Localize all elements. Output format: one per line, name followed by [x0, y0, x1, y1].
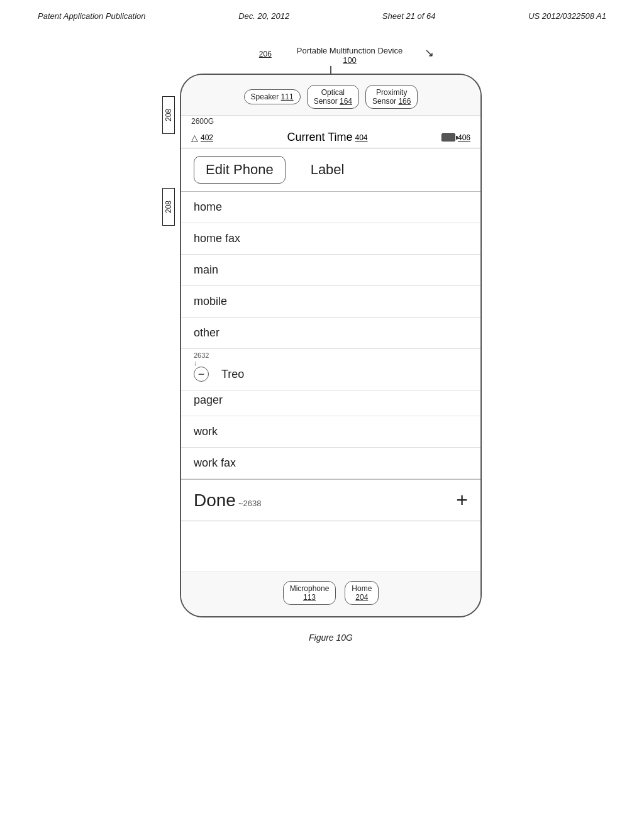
list-item: pager: [181, 385, 480, 416]
label-206: 206: [259, 50, 272, 58]
list-item: mobile: [181, 286, 480, 318]
figure-caption: Figure 10G: [309, 633, 353, 643]
signal-ref: 402: [201, 133, 213, 142]
signal-area: △ 402: [191, 133, 213, 143]
device-wrapper: 206 Portable Multifunction Device 100 ↘ …: [180, 46, 482, 643]
done-row: Done ~2638 +: [181, 479, 480, 521]
device-title-ref: 100: [297, 55, 402, 65]
device-title-text: Portable Multifunction Device: [297, 46, 402, 55]
item-work: work: [194, 425, 218, 438]
optical-chip: OpticalSensor 164: [307, 85, 359, 109]
battery-icon: [441, 133, 455, 141]
plus-button[interactable]: +: [456, 489, 468, 512]
item-work-fax: work fax: [194, 456, 236, 470]
patent-number: US 2012/0322508 A1: [528, 11, 606, 21]
item-pager: pager: [194, 394, 223, 407]
minus-button[interactable]: −: [194, 367, 209, 382]
item-mobile: mobile: [194, 295, 227, 308]
item-home-fax: home fax: [194, 232, 240, 245]
list-item: work: [181, 416, 480, 448]
list-item: home: [181, 192, 480, 223]
device-title-line: [330, 66, 331, 74]
patent-header: Patent Application Publication Dec. 20, …: [0, 0, 644, 27]
side-label-208-top: 208: [162, 96, 175, 134]
speaker-chip: Speaker 111: [244, 89, 301, 104]
current-time-area: Current Time 404: [287, 131, 367, 144]
patent-pub-label: Patent Application Publication: [38, 11, 146, 21]
side-labels: 208 208: [162, 96, 175, 226]
label-column-header: Label: [311, 162, 345, 178]
item-other: other: [194, 326, 219, 340]
phone-list: home home fax main mobile other: [181, 192, 480, 479]
status-bar: △ 402 Current Time 404 406: [181, 127, 480, 148]
list-item: home fax: [181, 223, 480, 255]
edit-phone-button[interactable]: Edit Phone: [194, 156, 286, 184]
patent-date: Dec. 20, 2012: [238, 11, 289, 21]
label-2600g: 2600G: [181, 116, 480, 127]
side-label-208-bottom: 208: [162, 188, 175, 226]
battery-ref: 406: [458, 133, 470, 142]
list-item: main: [181, 255, 480, 286]
patent-sheet: Sheet 21 of 64: [382, 11, 436, 21]
item-main: main: [194, 263, 218, 277]
brace-2632: ↓: [194, 359, 197, 367]
home-chip: Home 204: [345, 581, 379, 605]
battery-area: 406: [441, 133, 470, 142]
current-time-label: Current Time: [287, 131, 352, 144]
microphone-chip: Microphone 113: [283, 581, 336, 605]
top-hardware-row: Speaker 111 OpticalSensor 164 ProximityS…: [181, 75, 480, 116]
main-content: 208 208 206 Portable Multifunction Devic…: [0, 27, 644, 643]
bottom-hardware-row: Microphone 113 Home 204: [181, 572, 480, 616]
bottom-spacer: [181, 521, 480, 572]
proximity-chip: ProximitySensor 166: [365, 85, 418, 109]
device-title-block: Portable Multifunction Device 100 ↘: [297, 46, 402, 65]
done-label[interactable]: Done: [194, 490, 236, 511]
list-item: work fax: [181, 448, 480, 479]
device-phone: Speaker 111 OpticalSensor 164 ProximityS…: [180, 74, 482, 617]
device-arrow: ↘: [425, 46, 434, 60]
time-ref: 404: [355, 133, 368, 142]
label-2632: 2632: [194, 351, 209, 359]
list-item: other: [181, 318, 480, 349]
edit-phone-row: Edit Phone Label: [181, 148, 480, 192]
item-home: home: [194, 201, 222, 214]
done-ref: ~2638: [238, 499, 262, 508]
item-treo: Treo: [221, 368, 244, 381]
